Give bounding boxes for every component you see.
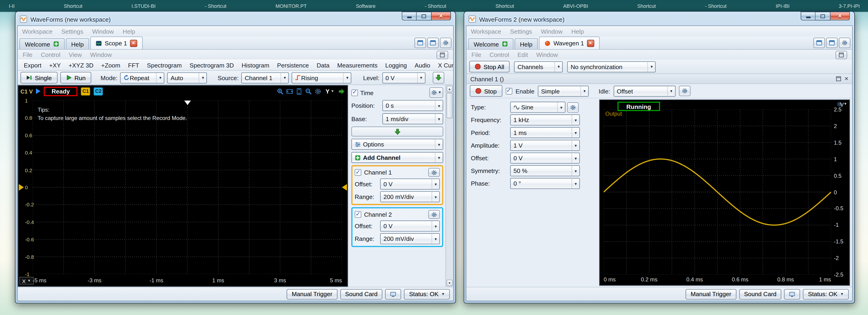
tab-help[interactable]: Help [514, 38, 538, 49]
close-panel-icon[interactable]: × [845, 76, 848, 82]
menu-edit[interactable]: Edit [517, 51, 528, 58]
plot-gear-icon[interactable] [314, 88, 321, 95]
position-combo[interactable]: 0 s▼ [382, 100, 443, 111]
title-bar[interactable]: WaveForms 2 (new workspace) × [464, 11, 855, 25]
undock-panel-button[interactable] [836, 51, 847, 59]
frequency-combo[interactable]: 1 kHz▼ [510, 114, 580, 126]
status-ok-button[interactable]: Status: OK▼ [404, 289, 450, 299]
single-button[interactable]: Single [21, 72, 57, 83]
scrollbar-thumb[interactable] [446, 93, 453, 118]
toolbar-item-audio[interactable]: Audio [411, 62, 434, 69]
channel2-tab[interactable]: C2 [94, 87, 103, 95]
type-gear-button[interactable] [567, 102, 579, 113]
manual-trigger-button[interactable]: Manual Trigger [287, 289, 337, 299]
toolbar-item-persistence[interactable]: Persistence [273, 62, 313, 69]
panel-scrollbar[interactable]: ▲ ▼ [445, 85, 453, 287]
window-layout-button[interactable] [414, 38, 426, 48]
menu-workspace[interactable]: Workspace [471, 28, 501, 35]
sound-card-button[interactable]: Sound Card [739, 289, 781, 299]
window-layout-button[interactable] [813, 38, 825, 48]
menu-control[interactable]: Control [41, 51, 60, 58]
close-button[interactable]: × [830, 11, 850, 20]
tab-help[interactable]: Help [66, 38, 89, 49]
offset-combo[interactable]: 0 V▼ [510, 152, 580, 164]
maximize-button[interactable] [816, 11, 831, 20]
toolbar-item-xcursors[interactable]: X Cursors [434, 62, 454, 69]
title-bar[interactable]: WaveForms (new workspace) × [16, 11, 455, 25]
trigger-position-marker[interactable] [184, 101, 191, 105]
menu-help[interactable]: Help [123, 28, 135, 35]
device-button[interactable] [784, 289, 801, 299]
channel2-checkbox[interactable] [354, 211, 361, 218]
zoom-out-icon[interactable] [305, 88, 312, 95]
run-button[interactable]: Run [60, 72, 91, 83]
channel1-offset-combo[interactable]: 0 V▼ [380, 178, 440, 189]
toolbar-item-export[interactable]: Export [20, 62, 45, 69]
menu-window[interactable]: Window [541, 28, 562, 35]
toolbar-item-xyz3d[interactable]: +XYZ 3D [65, 62, 97, 69]
phase-combo[interactable]: 0 °▼ [510, 178, 580, 189]
toolbar-item-spectrogram3d[interactable]: Spectrogram 3D [186, 62, 238, 69]
window-tile-button[interactable] [427, 38, 439, 48]
level-apply-button[interactable] [433, 72, 444, 83]
manual-trigger-button[interactable]: Manual Trigger [686, 289, 736, 299]
channel1-tab[interactable]: C1 [81, 87, 90, 95]
apply-time-button[interactable] [351, 127, 443, 137]
channel1-offset-marker-left[interactable] [19, 184, 24, 191]
enable-checkbox[interactable] [505, 88, 512, 94]
menu-control[interactable]: Control [490, 51, 509, 58]
zoom-in-icon[interactable] [277, 88, 284, 95]
generator-mode-combo[interactable]: Simple▼ [538, 85, 589, 97]
channel1-range-combo[interactable]: 200 mV/div▼ [380, 191, 440, 202]
maximize-button[interactable] [416, 11, 432, 20]
add-channel-dropdown[interactable]: Add Channel▼ [351, 152, 443, 163]
trigger-mode-combo[interactable]: Auto▼ [167, 72, 207, 83]
menu-window2[interactable]: Window [90, 51, 112, 58]
toolbar-item-logging[interactable]: Logging [381, 62, 411, 69]
expand-panel-arrow-icon[interactable] [338, 88, 345, 95]
tab-close-icon[interactable]: × [587, 40, 594, 47]
menu-help[interactable]: Help [571, 28, 584, 35]
toolbar-item-spectrogram[interactable]: Spectrogram [143, 62, 186, 69]
options-dropdown[interactable]: Options▼ [351, 139, 443, 150]
channel1-gear-button[interactable] [428, 168, 440, 177]
scope-window[interactable]: WaveForms (new workspace) × Workspace Se… [15, 11, 456, 304]
base-combo[interactable]: 1 ms/div▼ [382, 113, 443, 124]
stop-all-button[interactable]: Stop All [469, 61, 510, 72]
toolbar-item-measurements[interactable]: Measurements [333, 62, 381, 69]
minimize-button[interactable] [801, 11, 816, 20]
x-axis-button[interactable]: X▼ [19, 277, 34, 285]
fit-vertical-icon[interactable] [296, 88, 303, 95]
sound-card-button[interactable]: Sound Card [340, 289, 382, 299]
type-combo[interactable]: Sine▼ [510, 102, 565, 113]
channels-dropdown[interactable]: Channels▼ [514, 61, 563, 72]
idle-combo[interactable]: Offset▼ [614, 85, 676, 97]
stop-button[interactable]: Stop [470, 85, 502, 97]
scope-plot-area[interactable]: Tips: To capture large amount of samples… [18, 97, 347, 276]
window-tile-button[interactable] [826, 38, 838, 48]
channel2-range-combo[interactable]: 200 mV/div▼ [380, 233, 440, 244]
scroll-up-icon[interactable]: ▲ [446, 86, 453, 92]
wavegen-plot-area[interactable]: Running ▼ V Output 2.521.510.50-0.5-1-1.… [599, 100, 850, 286]
channel2-gear-button[interactable] [428, 210, 440, 219]
channel1-offset-marker-right[interactable] [342, 184, 347, 191]
channel2-offset-combo[interactable]: 0 V▼ [380, 220, 440, 232]
period-combo[interactable]: 1 ms▼ [510, 127, 580, 138]
toolbar-item-fft[interactable]: FFT [124, 62, 143, 69]
tab-welcome[interactable]: Welcome [468, 38, 513, 49]
condition-combo[interactable]: Rising▼ [292, 72, 351, 83]
menu-workspace[interactable]: Workspace [22, 28, 53, 35]
toolbar-item-xy[interactable]: +XY [45, 62, 65, 69]
menu-window[interactable]: Window [92, 28, 114, 35]
level-combo[interactable]: 0 V▼ [382, 72, 425, 83]
source-combo[interactable]: Channel 1▼ [241, 72, 289, 83]
scroll-down-icon[interactable]: ▼ [446, 280, 453, 286]
toolbar-item-data[interactable]: Data [313, 62, 333, 69]
tab-scope[interactable]: Scope 1 × [90, 36, 143, 49]
channel1-checkbox[interactable] [354, 169, 361, 176]
tab-wavegen[interactable]: Wavegen 1 × [539, 36, 599, 49]
tab-welcome[interactable]: Welcome [19, 38, 65, 49]
device-button[interactable] [385, 289, 401, 299]
symmetry-combo[interactable]: 50 %▼ [510, 165, 580, 176]
menu-file[interactable]: File [471, 51, 482, 58]
